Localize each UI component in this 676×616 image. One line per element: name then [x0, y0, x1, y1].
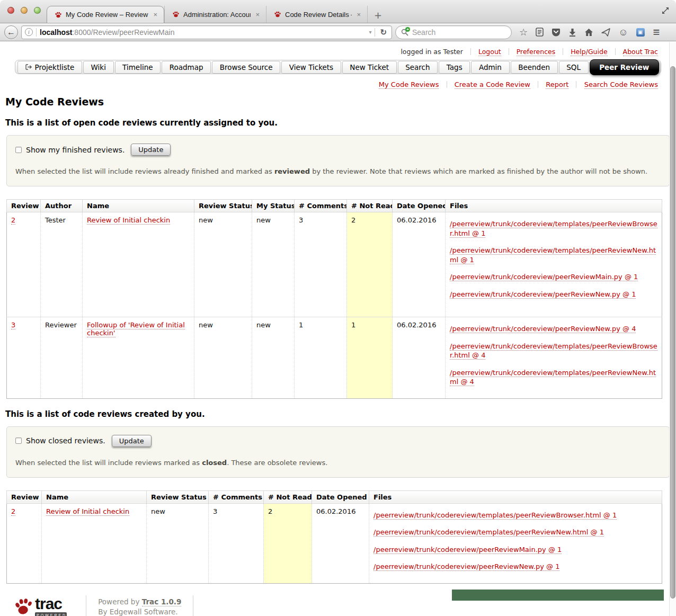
assigned-filter-note: When selected the list will include revi…: [15, 167, 661, 175]
url-bar[interactable]: i localhost:8000/Review/peerReviewMain ▾…: [21, 25, 392, 39]
file-link[interactable]: /peerreview/trunk/codereview/peerReviewM…: [450, 273, 638, 281]
back-button[interactable]: ←: [4, 25, 18, 39]
share-icon[interactable]: [601, 28, 610, 37]
url-domain: localhost: [40, 28, 72, 37]
file-link[interactable]: /peerreview/trunk/codereview/peerReviewN…: [373, 563, 559, 571]
trac-paw-favicon: [274, 11, 281, 18]
logout-link[interactable]: Logout: [478, 48, 501, 56]
file-link[interactable]: /peerreview/trunk/codereview/peerReviewN…: [450, 325, 636, 333]
file-link[interactable]: /peerreview/trunk/codereview/templates/p…: [450, 369, 656, 387]
tab-title: Administration: Accounts ...: [183, 11, 251, 19]
home-icon[interactable]: [584, 28, 593, 37]
tab-my-code-review[interactable]: My Code Review – Review ×: [47, 6, 164, 23]
show-closed-checkbox[interactable]: [15, 438, 22, 444]
created-reviews-table: Review Name Review Status # Comments # N…: [6, 490, 662, 584]
file-link[interactable]: /peerreview/trunk/codereview/templates/p…: [450, 220, 657, 238]
url-text[interactable]: localhost:8000/Review/peerReviewMain: [40, 28, 366, 37]
update-button[interactable]: Update: [112, 435, 152, 447]
comments-cell: 1: [295, 317, 347, 399]
bookmarks-menu-icon[interactable]: [536, 28, 544, 37]
about-trac-link[interactable]: About Trac: [623, 48, 658, 56]
not-read-cell: 1: [347, 317, 393, 399]
search-bar[interactable]: + Search: [395, 25, 512, 39]
divider: [470, 48, 471, 55]
ctxtnav: My Code Reviews Create a Code Review Rep…: [0, 81, 658, 88]
assigned-section-heading: This is a list of open code reviews curr…: [5, 118, 676, 128]
nav-roadmap[interactable]: Roadmap: [162, 61, 211, 74]
fullscreen-icon[interactable]: [661, 6, 670, 15]
tab-close-icon[interactable]: ×: [254, 11, 261, 18]
nav-admin[interactable]: Admin: [471, 61, 509, 74]
review-name-link[interactable]: Review of Initial checkin: [87, 216, 170, 225]
extension-icon[interactable]: ▣: [636, 28, 645, 37]
my-code-reviews-link[interactable]: My Code Reviews: [379, 81, 439, 89]
divider: [563, 48, 563, 55]
col-review: Review: [7, 490, 42, 503]
show-finished-checkbox[interactable]: [15, 147, 22, 153]
tab-close-icon[interactable]: ×: [355, 11, 362, 18]
file-link[interactable]: /peerreview/trunk/codereview/templates/p…: [450, 246, 656, 264]
nav-browse-source[interactable]: Browse Source: [212, 61, 280, 74]
nav-new-ticket[interactable]: New Ticket: [342, 61, 397, 74]
tab-title: My Code Review – Review: [66, 11, 148, 19]
table-header-row: Review Author Name Review Status My Stat…: [7, 200, 662, 212]
menu-icon[interactable]: ≡: [653, 28, 660, 37]
nav-search[interactable]: Search: [398, 61, 438, 74]
site-info-icon[interactable]: i: [25, 28, 33, 36]
scrollbar-thumb[interactable]: [670, 66, 675, 599]
help-guide-link[interactable]: Help/Guide: [571, 48, 607, 56]
divider: [538, 81, 538, 88]
bookmark-star-icon[interactable]: ☆: [519, 28, 528, 37]
window-controls: [7, 7, 41, 14]
col-review-status: Review Status: [194, 200, 252, 212]
show-finished-label: Show my finished reviews.: [26, 146, 124, 154]
nav-tags[interactable]: Tags: [439, 61, 470, 74]
url-dropdown-icon[interactable]: ▾: [369, 29, 371, 35]
pocket-icon[interactable]: [552, 28, 561, 37]
preferences-link[interactable]: Preferences: [517, 48, 556, 56]
search-placeholder: Search: [412, 28, 435, 37]
tab-administration[interactable]: Administration: Accounts ... ×: [164, 6, 266, 23]
create-code-review-link[interactable]: Create a Code Review: [455, 81, 530, 89]
nav-peer-review[interactable]: Peer Review: [590, 59, 659, 75]
file-link[interactable]: /peerreview/trunk/codereview/templates/p…: [373, 511, 617, 520]
vertical-scrollbar[interactable]: [669, 42, 676, 616]
file-link[interactable]: /peerreview/trunk/codereview/templates/p…: [450, 342, 657, 360]
edgewall-link[interactable]: Edgewall Software.: [110, 608, 178, 616]
nav-timeline[interactable]: Timeline: [115, 61, 161, 74]
report-link[interactable]: Report: [546, 81, 568, 89]
update-button[interactable]: Update: [131, 144, 171, 156]
trac-paw-icon: [15, 597, 33, 616]
search-icon: +: [401, 29, 408, 36]
nav-wiki[interactable]: Wiki: [83, 61, 114, 74]
zoom-window-button[interactable]: [34, 7, 41, 14]
nav-beenden[interactable]: Beenden: [511, 61, 558, 74]
search-code-reviews-link[interactable]: Search Code Reviews: [584, 81, 658, 89]
downloads-icon[interactable]: [568, 28, 576, 37]
review-id-link[interactable]: 2: [11, 216, 15, 225]
file-link[interactable]: /peerreview/trunk/codereview/peerReviewM…: [373, 546, 562, 554]
review-id-link[interactable]: 2: [11, 507, 15, 516]
trac-logo-text: trac: [35, 597, 67, 611]
nav-view-tickets[interactable]: View Tickets: [281, 61, 341, 74]
trac-version-link[interactable]: Trac 1.0.9: [142, 597, 182, 606]
hello-smiley-icon[interactable]: ☺: [618, 28, 628, 37]
reload-icon[interactable]: ↻: [378, 28, 388, 37]
file-link[interactable]: /peerreview/trunk/codereview/peerReviewN…: [450, 290, 636, 299]
trac-logo[interactable]: trac POWERED: [15, 597, 67, 616]
comments-cell: 3: [209, 503, 264, 583]
review-id-link[interactable]: 3: [11, 321, 15, 329]
file-link[interactable]: /peerreview/trunk/codereview/templates/p…: [373, 528, 604, 537]
minimize-window-button[interactable]: [21, 7, 28, 14]
nav-projektliste[interactable]: Projektliste: [17, 61, 82, 74]
new-tab-button[interactable]: +: [368, 10, 388, 23]
tab-close-icon[interactable]: ×: [152, 11, 158, 18]
col-date-opened: Date Opened: [393, 200, 446, 212]
review-name-link[interactable]: Review of Initial checkin: [46, 507, 129, 516]
close-window-button[interactable]: [7, 7, 14, 14]
nav-sql[interactable]: SQL: [559, 61, 589, 74]
col-name: Name: [83, 200, 194, 212]
tab-code-review-details[interactable]: Code Review Details – Rev... ×: [266, 6, 368, 23]
review-name-link[interactable]: Followup of 'Review of Initial checkin': [87, 321, 185, 337]
review-status-cell: new: [194, 212, 252, 317]
